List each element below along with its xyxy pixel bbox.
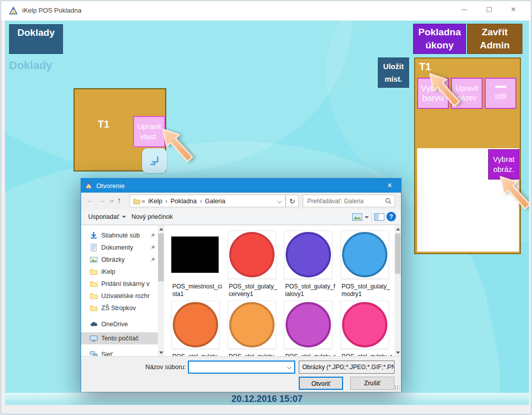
resize-table-button[interactable]: [142, 148, 167, 173]
folder-icon: [133, 198, 141, 204]
scrollbar-thumb[interactable]: [395, 233, 401, 274]
new-folder-button[interactable]: Nový priečinok: [131, 213, 173, 220]
search-input[interactable]: [306, 196, 382, 206]
file-item-stol-ruzovy[interactable]: POS_stol_gulaty_r: [341, 301, 389, 349]
sidebar-scrollbar[interactable]: [158, 225, 164, 356]
table-image: [342, 302, 387, 347]
pokladna-ukony-button[interactable]: Pokladna úkony: [413, 24, 466, 54]
file-item-stol-modry[interactable]: POS_stol_gulaty_modry1: [341, 230, 389, 279]
doklady-watermark: Doklady: [9, 59, 52, 72]
refresh-button[interactable]: ↻: [286, 195, 299, 207]
file-item-stol-oranzovy[interactable]: POS_stol_gulaty_: [171, 301, 220, 349]
address-dropdown-icon[interactable]: [278, 199, 282, 203]
dialog-titlebar[interactable]: Otvorenie ×: [81, 179, 401, 193]
doklady-button[interactable]: Doklady: [9, 24, 63, 54]
dialog-close-button[interactable]: ×: [378, 179, 401, 193]
save-place-button[interactable]: Uložit míst.: [378, 57, 409, 88]
folder-icon: [90, 268, 98, 276]
computer-icon: [90, 334, 98, 342]
dash-icon: [495, 86, 506, 88]
scroll-down-icon[interactable]: [159, 351, 163, 354]
pin-icon: [150, 245, 155, 250]
panel-table-label: T1: [419, 61, 431, 73]
resize-grip[interactable]: [394, 385, 400, 390]
close-button[interactable]: ×: [502, 1, 525, 18]
cancel-button[interactable]: Zrušiť: [350, 377, 394, 390]
file-grid-scrollbar[interactable]: [394, 225, 401, 356]
organize-menu[interactable]: Usporiadať: [88, 213, 126, 220]
sidebar-item-onedrive[interactable]: OneDrive: [81, 318, 158, 330]
sidebar-item-ikelp[interactable]: iKelp: [81, 266, 158, 278]
help-icon: ?: [389, 213, 393, 220]
file-thumbnail: [284, 230, 332, 279]
window-titlebar: iKelp POS Pokladna ×: [1, 1, 531, 20]
file-type-select[interactable]: Obrázky (*.JPG;*.JPEG;*.GIF;*.PN: [299, 361, 394, 374]
preview-pane-icon: [374, 213, 384, 221]
table-image: [342, 232, 387, 277]
sidebar-item-zs-stropkov[interactable]: ZŠ Stropkov: [81, 302, 158, 314]
breadcrumb-collapsed[interactable]: «: [142, 197, 145, 205]
filename-label: Názov súboru:: [111, 364, 186, 371]
pictures-icon: [90, 256, 98, 264]
breadcrumb-galeria[interactable]: Galeria: [205, 198, 225, 205]
file-thumbnail: [284, 301, 332, 349]
sidebar-item-this-pc[interactable]: Tento počítač: [81, 332, 158, 344]
file-thumbnail: [228, 230, 276, 279]
search-icon[interactable]: [385, 198, 391, 204]
scroll-down-icon[interactable]: [396, 351, 400, 354]
open-button[interactable]: Otvoriť: [299, 377, 343, 390]
app-logo-icon: [9, 7, 18, 15]
chevron-down-icon: [122, 216, 126, 218]
open-file-dialog: Otvorenie × ← → ↑ « iKelp › Pokladna: [81, 178, 402, 392]
room-image: [171, 236, 219, 273]
date-time: 20.12.2016 15:07: [231, 394, 302, 404]
table-shape-button[interactable]: stôl: [485, 78, 516, 109]
preview-pane-button[interactable]: [374, 213, 384, 221]
minimize-button[interactable]: [452, 1, 476, 18]
scroll-up-icon[interactable]: [396, 228, 400, 230]
maximize-button[interactable]: [478, 1, 501, 18]
scroll-up-icon[interactable]: [159, 228, 163, 230]
close-icon: ×: [511, 5, 516, 15]
chevron-down-icon[interactable]: [287, 365, 291, 369]
file-thumbnail: [171, 230, 220, 279]
file-thumbnail: [341, 230, 389, 279]
file-item-stol-cerveny[interactable]: POS_stol_gulaty_cerveny1: [228, 230, 276, 279]
breadcrumb-pokladna[interactable]: Pokladna: [170, 198, 196, 205]
dialog-body: Stiahnuté súb Dokumenty Obrázky iKelp: [81, 225, 401, 356]
view-thumbnails-button[interactable]: [352, 213, 369, 221]
document-icon: [90, 244, 98, 252]
file-item-stol-fialovy[interactable]: POS_stol_gulaty_fialovy1: [284, 230, 332, 279]
forward-button[interactable]: →: [98, 196, 106, 204]
folder-icon: [90, 292, 98, 300]
window-title: iKelp POS Pokladna: [22, 7, 82, 14]
back-button[interactable]: ←: [86, 196, 94, 204]
filename-combobox: [188, 361, 295, 374]
address-bar[interactable]: « iKelp › Pokladna › Galeria: [129, 195, 286, 207]
chevron-down-icon: [365, 216, 369, 218]
help-button[interactable]: ?: [386, 212, 396, 221]
sidebar-item-downloads[interactable]: Stiahnuté súb: [81, 229, 158, 242]
breadcrumb-ikelp[interactable]: iKelp: [148, 198, 162, 205]
close-admin-button[interactable]: Zavřít Admin: [467, 24, 522, 54]
sidebar-item-pridani-tiskarny[interactable]: Pridání tiskárny v: [81, 278, 158, 290]
search-box: [303, 195, 395, 207]
scrollbar-thumb[interactable]: [158, 233, 164, 281]
refresh-icon: ↻: [289, 197, 295, 205]
sidebar-item-uzivatelske-rozhrani[interactable]: Uzivatelske rozhr: [81, 290, 158, 302]
file-item-miestnost-cista[interactable]: POS_miestnost_cista1: [171, 230, 220, 279]
file-item-stol-svetlo-oranzovy[interactable]: POS_stol_gulaty_: [228, 301, 276, 349]
file-item-stol-ruzovy-fialovy[interactable]: POS_stol_gulaty_r: [284, 301, 332, 349]
sidebar-item-network[interactable]: Sieť: [81, 348, 158, 356]
sidebar-item-documents[interactable]: Dokumenty: [81, 242, 158, 254]
folder-icon: [90, 280, 98, 288]
pos-canvas: Doklady Doklady T1 Upravit vlast. Uložit…: [5, 21, 529, 405]
table-image: [229, 232, 275, 277]
up-button[interactable]: ↑: [117, 196, 121, 204]
sidebar-item-pictures[interactable]: Obrázky: [81, 254, 158, 266]
dialog-footer: Názov súboru: Obrázky (*.JPG;*.JPEG;*.GI…: [81, 356, 401, 392]
table-label: T1: [98, 118, 109, 130]
network-icon: [90, 350, 98, 356]
history-chevron-icon[interactable]: [110, 198, 114, 202]
filename-input[interactable]: [191, 362, 282, 372]
